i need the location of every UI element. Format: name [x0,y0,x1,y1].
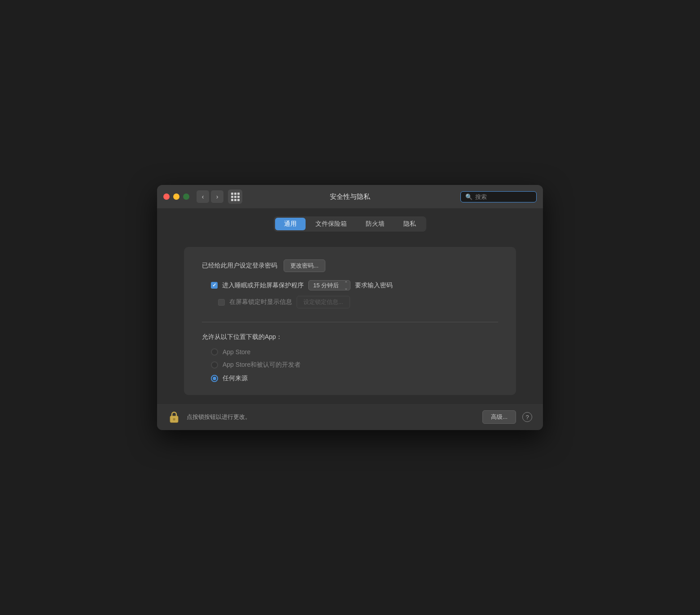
require-password-label: 要求输入密码 [355,281,393,290]
lock-info-checkbox [218,299,225,306]
allow-apps-label: 允许从以下位置下载的App： [202,333,498,341]
tabs-row: 通用 文件保险箱 防火墙 隐私 [157,208,543,238]
radio-anywhere-button[interactable] [211,375,218,382]
main-content: 已经给此用户设定登录密码 更改密码... ✓ 进入睡眠或开始屏幕保护程序 15 … [157,238,543,404]
radio-anywhere-label: 任何来源 [223,374,248,382]
set-lock-info-button: 设定锁定信息... [297,296,350,308]
radio-app-store-label: App Store [223,348,250,356]
minimize-button[interactable] [173,193,179,200]
change-password-button[interactable]: 更改密码... [284,259,325,272]
close-button[interactable] [163,193,170,200]
section-divider [202,322,498,322]
nav-buttons: ‹ › [197,190,223,203]
svg-rect-1 [173,418,175,420]
bottom-bar: 点按锁按钮以进行更改。 高级... ? [157,404,543,430]
titlebar: ‹ › 安全性与隐私 🔍 [157,185,543,208]
sleep-checkbox[interactable]: ✓ [211,282,218,289]
tab-general[interactable]: 通用 [275,218,306,230]
main-window: ‹ › 安全性与隐私 🔍 通用 文件保险箱 防火墙 隐私 [157,185,543,430]
sleep-checkbox-row: ✓ 进入睡眠或开始屏幕保护程序 15 分钟后 ⌃⌄ 要求输入密码 [202,280,498,290]
tabs-container: 通用 文件保险箱 防火墙 隐私 [274,216,426,232]
radio-app-store-button[interactable] [211,348,218,356]
radio-app-store[interactable]: App Store [211,348,498,356]
radio-developers-button[interactable] [211,361,218,369]
search-input[interactable] [475,193,532,200]
radio-app-store-developers[interactable]: App Store和被认可的开发者 [211,361,498,369]
tab-filevault[interactable]: 文件保险箱 [306,218,356,230]
radio-group: App Store App Store和被认可的开发者 任何来源 [202,348,498,382]
traffic-lights [163,193,189,200]
settings-panel: 已经给此用户设定登录密码 更改密码... ✓ 进入睡眠或开始屏幕保护程序 15 … [184,247,516,395]
advanced-button[interactable]: 高级... [482,410,516,424]
search-icon: 🔍 [465,193,472,200]
search-box[interactable]: 🔍 [460,191,537,202]
forward-button[interactable]: › [211,190,223,203]
sleep-dropdown[interactable]: 15 分钟后 [308,280,350,290]
apps-grid-button[interactable] [228,189,242,204]
help-button[interactable]: ? [522,412,532,422]
radio-anywhere[interactable]: 任何来源 [211,374,498,382]
sleep-dropdown-wrapper: 15 分钟后 ⌃⌄ [308,280,350,290]
grid-icon [231,193,240,201]
password-label: 已经给此用户设定登录密码 [202,262,277,270]
password-row: 已经给此用户设定登录密码 更改密码... [202,259,498,272]
maximize-button[interactable] [183,193,189,200]
lock-info-row: 在屏幕锁定时显示信息 设定锁定信息... [202,296,498,308]
tab-firewall[interactable]: 防火墙 [357,218,394,230]
radio-developers-label: App Store和被认可的开发者 [223,361,301,369]
tab-privacy[interactable]: 隐私 [394,218,425,230]
window-title: 安全性与隐私 [330,193,370,201]
checkbox-check-icon: ✓ [212,283,216,288]
lock-icon[interactable] [168,411,180,423]
back-button[interactable]: ‹ [197,190,209,203]
sleep-checkbox-label: 进入睡眠或开始屏幕保护程序 [222,281,304,290]
lock-info-label: 在屏幕锁定时显示信息 [229,298,292,306]
lock-status-text: 点按锁按钮以进行更改。 [187,413,476,421]
